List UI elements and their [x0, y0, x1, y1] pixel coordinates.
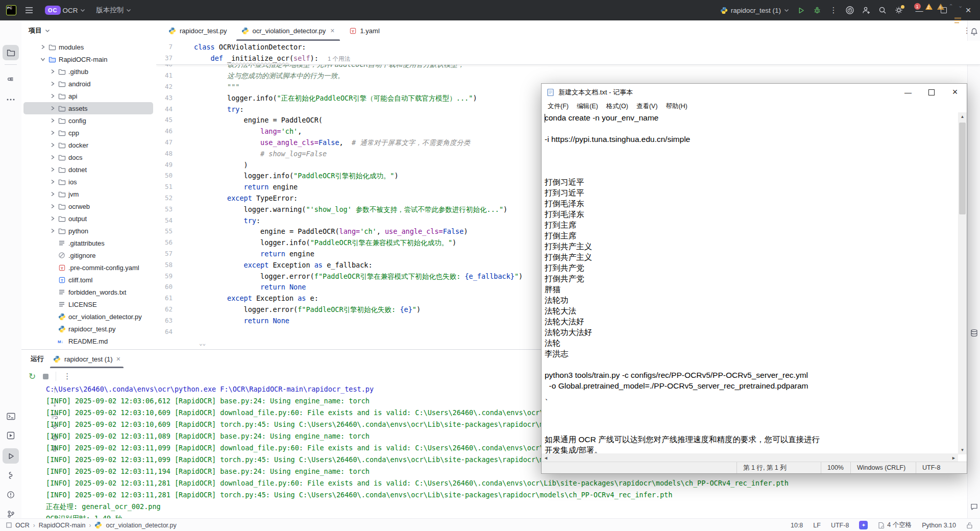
- notepad-horizontal-scrollbar[interactable]: ◄ ►: [542, 453, 958, 462]
- database-icon[interactable]: [968, 327, 979, 339]
- notepad-window[interactable]: 新建文本文档.txt - 记事本 — × 文件(F)编辑(E)格式(O)查看(V…: [541, 83, 967, 474]
- notepad-close-button[interactable]: ×: [943, 84, 967, 101]
- notepad-text-area[interactable]: conda create -n your_env_name-i https://…: [542, 112, 958, 454]
- chevron-down-icon[interactable]: [40, 56, 46, 62]
- tree-item-RapidOCR-main[interactable]: RapidOCR-main: [23, 53, 153, 65]
- scroll-down-arrow[interactable]: ▼: [958, 446, 967, 454]
- breadcrumb-file[interactable]: ocr_violation_detector.py: [106, 522, 176, 529]
- tree-item-ios[interactable]: ios: [23, 176, 153, 188]
- tree-item-forbidden_words.txt[interactable]: forbidden_words.txt: [23, 286, 153, 298]
- tree-item-modules[interactable]: modules: [23, 41, 153, 53]
- python-packages-icon[interactable]: [3, 468, 19, 483]
- editor-tab-rapidocr_test.py[interactable]: rapidocr_test.py: [161, 20, 234, 41]
- scroll-right-arrow[interactable]: ►: [951, 455, 956, 461]
- notepad-menu-V[interactable]: 查看(V): [632, 102, 662, 111]
- scroll-left-arrow[interactable]: ◄: [544, 455, 548, 461]
- tree-item-rapidocr_test.py[interactable]: rapidocr_test.py: [23, 323, 153, 335]
- terminal-icon[interactable]: [3, 408, 19, 424]
- vcs-widget[interactable]: 版本控制: [93, 4, 134, 17]
- chevron-right-icon[interactable]: [50, 191, 56, 197]
- tree-item-cliff.toml[interactable]: Tcliff.toml: [23, 274, 153, 286]
- more-actions-button[interactable]: ⋮: [826, 3, 841, 17]
- chevron-right-icon[interactable]: [50, 93, 56, 99]
- tree-item-ocr_violation_detector.py[interactable]: ocr_violation_detector.py: [23, 310, 153, 323]
- prev-problem-icon[interactable]: ⌃: [949, 3, 953, 10]
- tree-item-ocrweb[interactable]: ocrweb: [23, 200, 153, 212]
- tree-item-.github[interactable]: .github: [23, 65, 153, 78]
- chevron-right-icon[interactable]: [50, 142, 56, 148]
- chevron-right-icon[interactable]: [50, 130, 56, 136]
- notepad-menu-F[interactable]: 文件(F): [544, 102, 573, 111]
- indent-setting[interactable]: 4 个空格: [878, 521, 912, 529]
- breadcrumb-folder[interactable]: RapidOCR-main: [39, 522, 86, 529]
- tree-item-python[interactable]: python: [23, 225, 153, 237]
- tree-item-cpp[interactable]: cpp: [23, 127, 153, 139]
- scrollbar-thumb[interactable]: [959, 123, 966, 214]
- tree-item-README.md[interactable]: M↓README.md: [23, 335, 153, 347]
- python-interpreter[interactable]: Python 3.10: [922, 522, 956, 529]
- chevron-right-icon[interactable]: [50, 166, 56, 173]
- settings-button[interactable]: [891, 3, 906, 17]
- main-menu-icon[interactable]: [21, 3, 37, 17]
- tree-item-docs[interactable]: docs: [23, 151, 153, 163]
- warning-badge[interactable]: 2: [925, 4, 933, 10]
- chevron-right-icon[interactable]: [50, 154, 56, 160]
- chevron-right-icon[interactable]: [50, 203, 56, 209]
- tree-item-dotnet[interactable]: dotnet: [23, 163, 153, 176]
- tree-item-docker[interactable]: docker: [23, 139, 153, 151]
- caret-position[interactable]: 10:8: [791, 522, 803, 529]
- editor-tab-ocr_violation_detector.py[interactable]: ocr_violation_detector.py×: [234, 20, 342, 41]
- tree-item-jvm[interactable]: jvm: [23, 188, 153, 200]
- tree-item-.gitattributes[interactable]: .gitattributes: [23, 237, 153, 249]
- tree-item-api[interactable]: api: [23, 90, 153, 102]
- sticky-line-7[interactable]: 7class OCRViolationDetector:: [156, 41, 980, 53]
- editor-tab-1.yaml[interactable]: Y1.yaml: [342, 20, 387, 41]
- project-folder-icon[interactable]: [3, 45, 19, 60]
- problems-icon[interactable]: [3, 487, 19, 502]
- run-icon[interactable]: [3, 448, 19, 464]
- run-button[interactable]: [793, 3, 808, 17]
- chevron-right-icon[interactable]: [50, 228, 56, 234]
- zoom-level[interactable]: 100%: [821, 462, 850, 473]
- notepad-title-bar[interactable]: 新建文本文档.txt - 记事本 — ×: [542, 84, 967, 101]
- tree-item-.gitignore[interactable]: .gitignore: [23, 249, 153, 261]
- services-icon[interactable]: [3, 428, 19, 443]
- tree-item-.pre-commit-config.yaml[interactable]: Y.pre-commit-config.yaml: [23, 261, 153, 274]
- chevron-right-icon[interactable]: [50, 215, 56, 222]
- tree-item-assets[interactable]: assets: [23, 102, 153, 114]
- chat-icon[interactable]: [968, 500, 979, 513]
- inspections-widget[interactable]: 1 2 4 ⌃ ⌃: [914, 3, 963, 10]
- notepad-menu-O[interactable]: 格式(O): [602, 102, 632, 111]
- weak-warning-badge[interactable]: 4: [937, 4, 944, 10]
- tree-item-config[interactable]: config: [23, 114, 153, 127]
- close-tab-icon[interactable]: ×: [330, 27, 334, 35]
- chevron-right-icon[interactable]: [50, 81, 56, 87]
- breadcrumb-project[interactable]: OCR: [15, 522, 30, 529]
- line-separator[interactable]: LF: [813, 522, 821, 529]
- editor-menu-icon[interactable]: [954, 17, 962, 23]
- project-widget[interactable]: OC OCR: [42, 4, 88, 17]
- notepad-menu-E[interactable]: 编辑(E): [573, 102, 602, 111]
- code-with-me-button[interactable]: [859, 3, 874, 17]
- tree-item-output[interactable]: output: [23, 212, 153, 225]
- chevron-right-icon[interactable]: [50, 179, 56, 185]
- search-everywhere-button[interactable]: [875, 3, 890, 17]
- code-folding-hint-icon[interactable]: ⌄⌄: [199, 340, 206, 347]
- project-panel-header[interactable]: 项目: [21, 20, 50, 41]
- notepad-maximize-button[interactable]: [920, 84, 943, 101]
- chevron-right-icon[interactable]: [40, 44, 46, 50]
- scroll-up-arrow[interactable]: ▲: [958, 112, 967, 121]
- notepad-vertical-scrollbar[interactable]: ▲ ▼: [958, 112, 967, 454]
- ai-assistant-button[interactable]: [842, 3, 857, 17]
- chevron-right-icon[interactable]: [50, 68, 56, 75]
- chevron-right-icon[interactable]: [50, 117, 56, 124]
- chevron-right-icon[interactable]: [50, 105, 56, 111]
- more-icon[interactable]: [3, 92, 19, 107]
- notepad-minimize-button[interactable]: —: [896, 84, 920, 101]
- tree-item-android[interactable]: android: [23, 78, 153, 90]
- file-encoding[interactable]: UTF-8: [831, 522, 849, 529]
- run-configuration-selector[interactable]: rapidocr_test (1): [720, 7, 789, 14]
- notifications-icon[interactable]: [968, 26, 979, 38]
- error-badge[interactable]: 1: [914, 3, 921, 10]
- sticky-line-37[interactable]: 37def _initialize_ocr(self): 1 个用法: [156, 53, 980, 64]
